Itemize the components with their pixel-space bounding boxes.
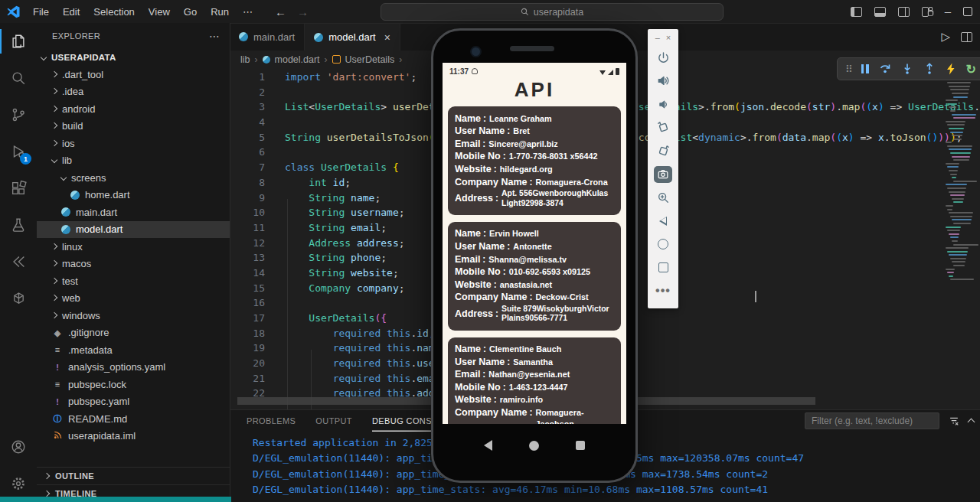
tree-item-screens[interactable]: screens [37, 169, 230, 187]
step-out-button[interactable] [923, 63, 936, 75]
breadcrumb-item[interactable]: UserDetails [345, 54, 395, 65]
tree-item--dart-tool[interactable]: .dart_tool [37, 66, 230, 83]
tree-item-web[interactable]: web [37, 290, 230, 308]
tree-item-build[interactable]: build [37, 118, 230, 135]
step-into-button[interactable] [901, 63, 913, 75]
tree-item-model-dart[interactable]: model.dart [37, 221, 230, 239]
volume-down-button[interactable] [648, 93, 678, 116]
run-button[interactable]: ▷ [941, 30, 950, 44]
tree-item-readme-md[interactable]: ⓘREADME.md [37, 410, 230, 428]
tab-main-dart[interactable]: main.dart [230, 23, 305, 51]
tree-item-userapidata-iml[interactable]: userapidata.iml [37, 428, 230, 445]
back-arrow-icon[interactable]: ← [275, 5, 286, 18]
breadcrumb-item[interactable]: model.dart [275, 54, 320, 65]
file-label: .dart_tool [62, 69, 103, 80]
chevron-down-icon [51, 157, 57, 163]
tree-item-ios[interactable]: ios [37, 135, 230, 152]
restart-button[interactable]: ↻ [966, 63, 976, 75]
console-filter-input[interactable] [805, 412, 939, 429]
tree-item-linux[interactable]: linux [37, 238, 230, 256]
tree-item-android[interactable]: android [37, 100, 230, 118]
tree-item-test[interactable]: test [37, 272, 230, 290]
tree-item--metadata[interactable]: ≡.metadata [37, 341, 230, 359]
zoom-button[interactable] [648, 186, 678, 210]
power-button[interactable] [648, 46, 678, 70]
chevron-right-icon [44, 490, 50, 496]
filter-icon[interactable] [949, 416, 959, 426]
emulator-overview-button[interactable] [648, 256, 678, 280]
split-editor-icon[interactable] [961, 32, 972, 42]
card-row: Mobile No:1-770-736-8031 x56442 [455, 151, 614, 162]
android-back-button[interactable] [484, 440, 492, 451]
customize-layout-icon[interactable] [922, 7, 933, 16]
tree-item-pubspec-yaml[interactable]: !pubspec.yaml [37, 393, 230, 411]
tree-item-home-dart[interactable]: home.dart [37, 187, 230, 204]
phone-speaker [510, 46, 554, 51]
sidebar-item-search[interactable] [0, 60, 37, 96]
toggle-panel-icon[interactable] [874, 7, 886, 17]
rotate-left-button[interactable] [648, 116, 678, 140]
tree-item-lib[interactable]: lib [37, 152, 230, 170]
command-center-search[interactable]: userapidata [381, 3, 724, 21]
toggle-sidebar-left-icon[interactable] [851, 7, 862, 17]
breadcrumb-item[interactable]: lib [240, 54, 250, 65]
menu-go[interactable]: Go [177, 6, 204, 18]
pause-button[interactable] [861, 63, 869, 75]
line-number: 7 [230, 160, 285, 175]
sidebar-item-explorer[interactable] [0, 23, 37, 60]
emulator-back-button[interactable] [648, 210, 678, 233]
drag-handle-icon[interactable]: ⠿ [845, 63, 851, 75]
tree-item--gitignore[interactable]: ◈.gitignore [37, 324, 230, 342]
panel-tab-output[interactable]: OUTPUT [315, 410, 352, 432]
card-row: Company Name:Deckow-Crist [455, 292, 614, 303]
project-root[interactable]: USERAPIDATA [37, 49, 230, 66]
android-overview-button[interactable] [576, 441, 585, 450]
minimize-button[interactable]: – [945, 8, 951, 15]
sidebar-item-references[interactable] [0, 243, 37, 280]
close-icon[interactable]: × [384, 31, 390, 44]
emulator-minimize-button[interactable]: – [655, 33, 660, 42]
sidebar-item-testing[interactable] [0, 207, 37, 243]
file-label: test [62, 275, 78, 287]
phone-status-bar: 11:37 [443, 63, 626, 77]
sidebar-item-extensions[interactable] [0, 170, 37, 207]
tree-item-macos[interactable]: macos [37, 256, 230, 273]
emulator-more-button[interactable]: ••• [648, 279, 678, 303]
emulator-close-button[interactable]: × [666, 33, 671, 42]
tree-item-main-dart[interactable]: main.dart [37, 204, 230, 221]
file-label: main.dart [76, 207, 117, 218]
menu-[interactable]: ⋯ [236, 6, 260, 18]
toggle-sidebar-right-icon[interactable] [898, 7, 910, 17]
volume-up-button[interactable] [648, 70, 678, 93]
android-home-button[interactable] [529, 441, 539, 451]
explorer-more-icon[interactable]: ⋯ [209, 30, 220, 42]
sidebar-item-openai[interactable] [0, 280, 37, 317]
tree-item-analysis-options-yaml[interactable]: !analysis_options.yaml [37, 359, 230, 376]
section-outline[interactable]: OUTLINE [37, 467, 230, 484]
menu-edit[interactable]: Edit [56, 6, 87, 18]
minimap[interactable] [944, 77, 979, 404]
menu-view[interactable]: View [142, 6, 177, 18]
sidebar-item-run-debug[interactable]: 1 [0, 133, 37, 170]
hot-reload-button[interactable] [946, 63, 956, 75]
sidebar-item-source-control[interactable] [0, 96, 37, 133]
tab-model-dart[interactable]: model.dart × [305, 23, 400, 51]
emulator-home-button[interactable] [648, 233, 678, 256]
tree-item-pubspec-lock[interactable]: ≡pubspec.lock [37, 376, 230, 393]
menu-selection[interactable]: Selection [87, 6, 141, 18]
menu-file[interactable]: File [26, 6, 56, 18]
chevron-right-icon [51, 312, 57, 318]
user-card-list[interactable]: Name:Leanne GrahamUser Name:BretEmail:Si… [443, 102, 626, 424]
file-label: ios [62, 138, 75, 149]
restore-button[interactable] [963, 7, 972, 16]
panel-tab-problems[interactable]: PROBLEMS [247, 410, 296, 432]
forward-arrow-icon[interactable]: → [297, 5, 309, 18]
chevron-up-icon[interactable] [968, 419, 975, 426]
tree-item-windows[interactable]: windows [37, 307, 230, 324]
step-over-button[interactable] [879, 63, 891, 75]
screenshot-button[interactable] [648, 163, 678, 187]
rotate-right-button[interactable] [648, 139, 678, 163]
account-button[interactable] [0, 429, 37, 465]
menu-run[interactable]: Run [204, 6, 236, 18]
tree-item--idea[interactable]: .idea [37, 83, 230, 101]
